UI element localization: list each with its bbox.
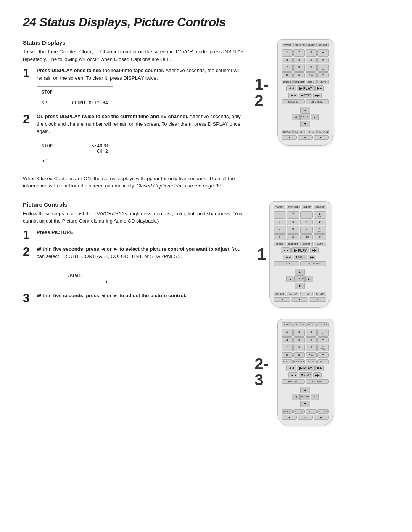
pc23-stop-btn[interactable]: ■ STOP	[299, 372, 312, 378]
pc1-record-btn[interactable]: RECORD	[274, 261, 299, 266]
remote-btn-vol-dn[interactable]: ▼	[317, 72, 328, 78]
remote-slow-btn[interactable]: ◄◄	[288, 93, 298, 98]
remote-select-btn[interactable]: SELECT	[317, 43, 328, 47]
pc1-btn-ii[interactable]: II	[274, 234, 286, 240]
pc1-display-btn[interactable]: DISPLAY	[274, 292, 286, 296]
pc1-mute-btn[interactable]: MUTE	[314, 242, 326, 246]
pc1-nav-enter[interactable]: ENTER	[295, 276, 305, 282]
pc23-slow-btn[interactable]: ◄◄	[288, 372, 298, 378]
remote-record-btn[interactable]: RECORD	[282, 99, 305, 104]
pc1-btn-3[interactable]: 3	[300, 211, 313, 219]
remote-ff-btn[interactable]: ▶▶	[315, 85, 324, 91]
pc23-btn-ch-up[interactable]: ▲CH.	[317, 329, 328, 337]
remote-btn-ii[interactable]: II	[282, 72, 293, 78]
remote-rew-btn[interactable]: ◄◄	[286, 85, 296, 91]
pc23-btn-9[interactable]: 9	[306, 344, 317, 351]
remote-nav-down[interactable]: ▼	[300, 121, 310, 127]
remote-btn-vol-up[interactable]: ▲VOL	[317, 64, 328, 72]
pc1-speed-btn[interactable]: SPEED	[274, 242, 286, 246]
remote-stop-btn[interactable]: ■ STOP	[299, 93, 312, 98]
remote-title-btn[interactable]: TITLE	[306, 130, 317, 134]
remote-nav-enter[interactable]: ENTER	[300, 114, 310, 120]
pc23-nav-left[interactable]: ◄	[292, 394, 300, 400]
pc23-title-btn[interactable]: TITLE	[306, 409, 317, 414]
remote-btn-4[interactable]: 4	[282, 58, 293, 63]
remote-btn-5[interactable]: 5	[293, 58, 304, 63]
pc23-display-btn[interactable]: DISPLAY	[282, 409, 293, 414]
pc1-btn-8[interactable]: 8	[287, 226, 299, 234]
remote-btn-2[interactable]: 2	[293, 49, 304, 57]
pc23-bottom-right[interactable]: ►	[314, 415, 329, 420]
pc23-setup-btn[interactable]: SETUP	[293, 409, 304, 414]
pc1-nav-up[interactable]: ▲	[295, 269, 305, 276]
pc1-setup-btn[interactable]: SETUP	[287, 292, 299, 296]
remote-return-btn[interactable]: RETURN	[317, 130, 328, 134]
pc1-picture-btn[interactable]: PICTURE	[287, 205, 300, 209]
pc1-btn-5[interactable]: 5	[287, 220, 299, 225]
pc23-btn-vol-up[interactable]: ▲VOL	[317, 344, 328, 351]
remote-btn-1[interactable]: 1	[282, 49, 293, 57]
pc23-bottom-left[interactable]: ◄	[282, 415, 297, 420]
remote-disc-btn[interactable]: DISC MENU	[306, 99, 329, 104]
pc23-creset-btn[interactable]: C.RESET	[293, 359, 304, 364]
remote-speed-btn[interactable]: SPEED	[282, 80, 293, 84]
pc23-btn-3[interactable]: 3	[306, 329, 317, 337]
pc23-record-btn[interactable]: RECORD	[282, 379, 305, 384]
pc23-play-btn[interactable]: ▶ PLAY	[297, 365, 315, 371]
remote-display-btn[interactable]: DISPLAY	[282, 130, 293, 134]
pc1-power-btn[interactable]: POWER	[274, 205, 285, 209]
pc1-title-btn[interactable]: TITLE	[300, 292, 313, 296]
remote-btn-7[interactable]: 7	[282, 64, 293, 72]
pc1-creset-btn[interactable]: C.RESET	[287, 242, 299, 246]
pc1-nav-right[interactable]: ►	[305, 276, 313, 282]
remote-nav-left[interactable]: ◄	[292, 114, 300, 120]
pc23-nav-up[interactable]: ▲	[300, 387, 310, 393]
remote-power-btn[interactable]: POWER	[282, 43, 293, 47]
remote-play-btn[interactable]: ▶ PLAY	[297, 85, 315, 91]
pc1-btn-1[interactable]: 1	[274, 211, 286, 219]
pc1-disc-btn[interactable]: DISC MENU	[300, 261, 326, 266]
pc23-select-btn[interactable]: SELECT	[317, 322, 328, 327]
remote-btn-9[interactable]: 9	[306, 64, 317, 72]
remote-btn-3[interactable]: 3	[306, 49, 317, 57]
pc23-mute-btn[interactable]: MUTE	[317, 359, 328, 364]
pc23-ff-btn[interactable]: ▶▶	[315, 365, 324, 371]
pc23-btn-vol-dn[interactable]: ▼	[317, 352, 328, 358]
pc23-zoom-btn[interactable]: ZOOM	[306, 359, 317, 364]
pc23-speed-btn[interactable]: SPEED	[282, 359, 293, 364]
remote-bottom-left[interactable]: ◄	[282, 135, 297, 140]
pc23-nav-enter[interactable]: ENTER	[300, 394, 310, 400]
remote-nav-right[interactable]: ►	[311, 114, 319, 120]
pc23-picture-btn[interactable]: PICTURE	[293, 322, 306, 327]
pc1-return-btn[interactable]: RETURN	[314, 292, 326, 296]
pc1-slow-fwd-btn[interactable]: ▶▶	[308, 255, 316, 260]
pc1-btn-9[interactable]: 9	[300, 226, 313, 234]
pc1-btn-10[interactable]: +10	[300, 234, 313, 240]
pc23-btn-5[interactable]: 5	[293, 337, 304, 343]
pc1-sleep-btn[interactable]: SLEEP	[302, 205, 312, 209]
remote-sleep-btn[interactable]: SLEEP	[306, 43, 317, 47]
pc23-btn-ch-dn[interactable]: ▼	[317, 337, 328, 343]
remote-btn-8[interactable]: 8	[293, 64, 304, 72]
pc23-disc-btn[interactable]: DISC MENU	[306, 379, 329, 384]
pc23-bottom-down[interactable]: ▼	[298, 415, 313, 420]
pc1-rew-btn[interactable]: ◄◄	[281, 247, 291, 253]
pc23-btn-2[interactable]: 2	[293, 329, 304, 337]
pc1-btn-6[interactable]: 6	[300, 220, 313, 225]
remote-nav-up[interactable]: ▲	[300, 107, 310, 114]
remote-creset-btn[interactable]: C.RESET	[293, 80, 304, 84]
remote-btn-ch-up[interactable]: ▲CH.	[317, 49, 328, 57]
pc1-bottom-left[interactable]: ◄	[274, 297, 291, 302]
pc23-return-btn[interactable]: RETURN	[317, 409, 328, 414]
pc1-stop-btn[interactable]: ■ STOP	[294, 255, 307, 260]
pc23-btn-10[interactable]: +10	[306, 352, 317, 358]
pc23-btn-0[interactable]: 0	[293, 352, 304, 358]
remote-setup-btn[interactable]: SETUP	[293, 130, 304, 134]
pc23-power-btn[interactable]: POWER	[282, 322, 293, 327]
pc23-nav-down[interactable]: ▼	[300, 401, 310, 407]
pc23-btn-1[interactable]: 1	[282, 329, 293, 337]
pc1-btn-7[interactable]: 7	[274, 226, 286, 234]
pc23-btn-ii[interactable]: II	[282, 352, 293, 358]
pc23-nav-right[interactable]: ►	[311, 394, 319, 400]
remote-bottom-down[interactable]: ▼	[298, 135, 313, 140]
